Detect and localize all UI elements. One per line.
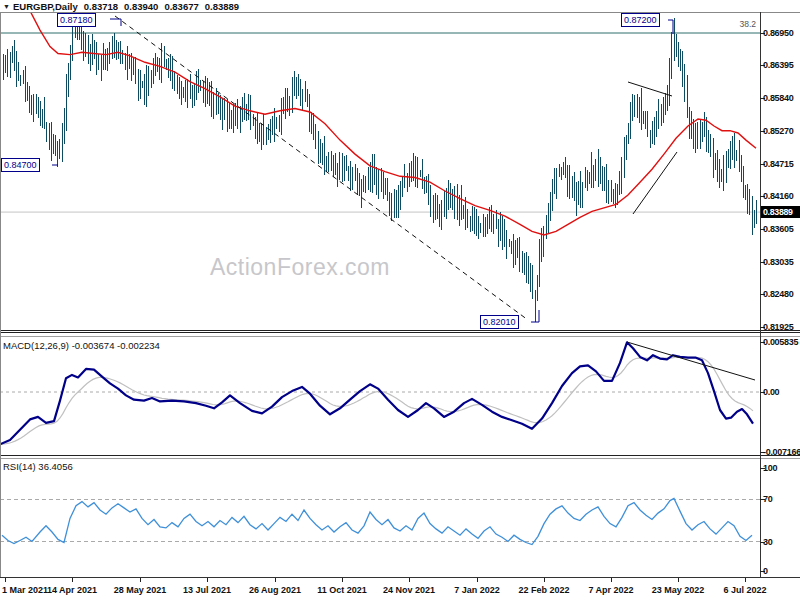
macd-axis-label: 0.00 [763,386,799,398]
pointer-87180 [110,19,121,26]
price-axis-label: 0.86950 [763,27,799,39]
date-axis-label: 23 May 2022 [644,585,712,595]
price-axis-label: 0.85840 [763,92,799,104]
pointer-87200 [668,20,673,34]
level-label-87180: 0.87180 [57,13,96,27]
quote-close: 0.83889 [205,1,239,12]
quote-high: 0.83940 [124,1,158,12]
macd-axis-label: 0.005835 [763,336,799,348]
chart-header: ▼EURGBP,Daily0.837180.839400.836770.8388… [3,1,239,12]
rsi-indicator-label: RSI(14) 36.4056 [3,461,73,472]
macd-axis-label: -0.007166 [763,446,799,458]
rsi-axis-label: 0 [763,565,799,577]
date-axis-label: 26 Aug 2021 [241,585,309,595]
macd-indicator-label: MACD(12,26,9) -0.003674 -0.002234 [3,340,160,351]
symbol-dropdown-icon: ▼ [3,3,10,10]
current-price-tag: 0.83889 [761,206,800,218]
date-axis-label: 11 Oct 2021 [308,585,376,595]
date-axis-label: 6 Jul 2022 [711,585,779,595]
date-axis-label: 28 May 2021 [106,585,174,595]
price-axis-label: 0.85270 [763,125,799,137]
date-axis-label: 7 Apr 2022 [577,585,645,595]
price-axis-label: 0.84715 [763,158,799,170]
trendline-2 [628,82,672,96]
trading-chart-window: ▼EURGBP,Daily0.837180.839400.836770.8388… [0,0,800,600]
quote-open: 0.83718 [84,1,118,12]
level-label-82010: 0.82010 [480,315,519,329]
macd-signal-line [0,357,753,444]
price-axis-label: 0.81925 [763,321,799,333]
level-label-84700: 0.84700 [1,158,40,172]
date-axis-label: 22 Feb 2022 [510,585,578,595]
level-label-87200: 0.87200 [621,13,660,27]
fib-382-label: 38.2 [718,19,756,29]
rsi-axis-label: 100 [763,462,799,474]
date-axis-label: 13 Jul 2021 [173,585,241,595]
price-axis-label: 0.83605 [763,223,799,235]
rsi-axis-label: 70 [763,493,799,505]
symbol-period-label: EURGBP,Daily [13,1,78,12]
date-axis-label: 7 Jan 2022 [443,585,511,595]
rsi-axis-label: 30 [763,536,799,548]
price-axis-label: 0.83035 [763,256,799,268]
rsi-line [2,498,752,544]
watermark: ActionForex.com [150,254,450,281]
date-axis-label: 24 Nov 2021 [375,585,443,595]
price-axis-label: 0.86395 [763,59,799,71]
date-axis-label: 14 Apr 2021 [38,585,106,595]
price-axis-label: 0.82480 [763,288,799,300]
macd-main-line [0,342,753,444]
chart-canvas [0,0,800,600]
price-axis-label: 0.84160 [763,190,799,202]
quote-low: 0.83677 [164,1,198,12]
